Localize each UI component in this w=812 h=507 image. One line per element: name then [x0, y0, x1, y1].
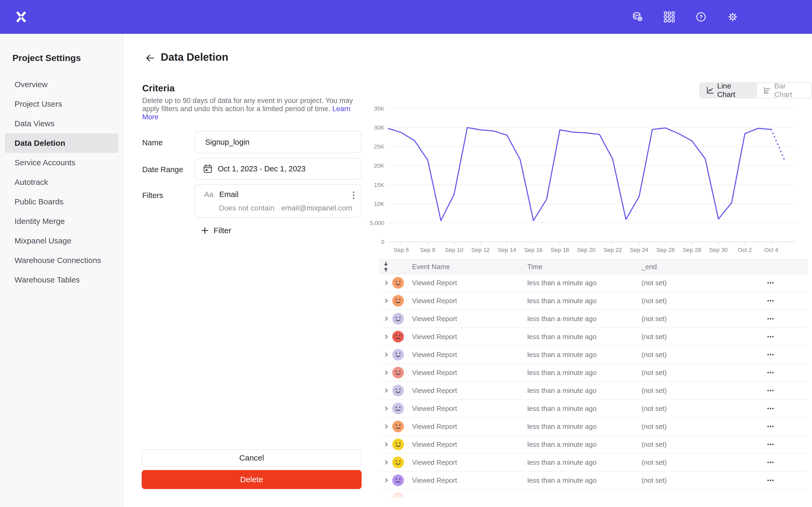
filter-operator[interactable]: Does not contain	[219, 204, 274, 212]
table-header: Event Name Time _end	[379, 259, 808, 274]
avatar	[392, 420, 404, 432]
row-actions-kebab-icon[interactable]	[767, 390, 774, 392]
sidebar-nav: OverviewProject UsersData ViewsData Dele…	[0, 75, 123, 290]
apps-grid-icon[interactable]	[663, 11, 675, 23]
cell-event-name: Viewed Report	[412, 297, 527, 305]
cell-event-name: Viewed Report	[412, 422, 527, 431]
sidebar-item-overview[interactable]: Overview	[5, 75, 118, 94]
mixpanel-logo[interactable]	[15, 11, 28, 23]
filter-card[interactable]: Aa Email Does not contain email@mixpanel…	[195, 184, 362, 218]
cell-end: (not set)	[642, 279, 762, 287]
row-actions-kebab-icon[interactable]	[767, 479, 774, 482]
cell-event-name: Viewed Report	[412, 441, 527, 449]
row-expand-chevron-icon[interactable]	[383, 388, 389, 393]
table-row[interactable]: Viewed Reportless than a minute ago(not …	[379, 292, 808, 310]
table-row[interactable]: Viewed Reportless than a minute ago(not …	[379, 310, 808, 328]
cancel-button[interactable]: Cancel	[142, 449, 362, 466]
cell-event-name: Viewed Report	[412, 458, 527, 467]
cell-time: less than a minute ago	[527, 315, 642, 323]
sidebar-item-warehouse-tables[interactable]: Warehouse Tables	[5, 270, 118, 290]
table-row[interactable]: Viewed Reportless than a minute ago(not …	[379, 274, 808, 292]
cell-time: less than a minute ago	[527, 297, 642, 305]
sidebar-item-service-accounts[interactable]: Service Accounts	[5, 153, 118, 172]
table-row[interactable]: Viewed Reportless than a minute ago(not …	[379, 364, 808, 382]
settings-icon[interactable]	[727, 11, 739, 23]
table-row[interactable]: Viewed Reportless than a minute ago(not …	[379, 400, 808, 418]
table-row[interactable]: Viewed Reportless than a minute ago(not …	[379, 471, 808, 490]
table-row[interactable]: Viewed Reportless than a minute ago(not …	[379, 382, 808, 400]
filters-label: Filters	[142, 191, 163, 200]
avatar	[392, 439, 404, 450]
events-table: Event Name Time _end Viewed Reportless t…	[379, 259, 808, 507]
date-range-value: Oct 1, 2023 - Dec 1, 2023	[218, 165, 306, 173]
row-actions-kebab-icon[interactable]	[767, 407, 774, 409]
collapse-rows-icon[interactable]	[379, 261, 390, 273]
criteria-description-text: Delete up to 90 days of data for any eve…	[142, 97, 353, 113]
cell-end: (not set)	[642, 458, 762, 467]
row-actions-kebab-icon[interactable]	[767, 300, 774, 302]
sidebar-title: Project Settings	[12, 53, 123, 63]
row-expand-chevron-icon[interactable]	[383, 334, 389, 340]
x-axis-tick-label: Sep 20	[577, 247, 596, 253]
row-actions-kebab-icon[interactable]	[767, 336, 774, 338]
table-row-partial[interactable]	[379, 490, 808, 507]
table-row[interactable]: Viewed Reportless than a minute ago(not …	[379, 436, 808, 454]
row-expand-chevron-icon[interactable]	[383, 406, 389, 411]
bar-chart-toggle[interactable]: Bar Chart	[757, 83, 811, 98]
row-expand-chevron-icon[interactable]	[383, 424, 389, 429]
y-axis-tick-label: 30K	[374, 124, 384, 131]
row-expand-chevron-icon[interactable]	[383, 477, 389, 483]
row-expand-chevron-icon[interactable]	[383, 352, 389, 357]
date-range-label: Date Range	[142, 165, 183, 174]
row-actions-kebab-icon[interactable]	[767, 282, 774, 284]
sidebar-item-data-deletion[interactable]: Data Deletion	[5, 133, 118, 153]
sidebar-item-mixpanel-usage[interactable]: Mixpanel Usage	[5, 231, 118, 250]
row-expand-chevron-icon[interactable]	[383, 280, 389, 286]
row-expand-chevron-icon[interactable]	[383, 442, 389, 447]
table-row[interactable]: Viewed Reportless than a minute ago(not …	[379, 454, 808, 471]
sidebar-item-autotrack[interactable]: Autotrack	[5, 172, 118, 192]
row-actions-kebab-icon[interactable]	[767, 426, 774, 428]
row-expand-chevron-icon[interactable]	[383, 316, 389, 322]
avatar	[392, 349, 404, 360]
cell-event-name: Viewed Report	[412, 369, 527, 377]
row-actions-kebab-icon[interactable]	[767, 318, 774, 320]
cell-time: less than a minute ago	[527, 387, 642, 395]
row-expand-chevron-icon[interactable]	[383, 370, 389, 376]
avatar	[392, 277, 404, 289]
sidebar-item-warehouse-connections[interactable]: Warehouse Connections	[5, 250, 118, 270]
data-definitions-icon[interactable]	[632, 11, 643, 23]
y-axis-tick-label: 10K	[374, 201, 384, 207]
table-row[interactable]: Viewed Reportless than a minute ago(not …	[379, 418, 808, 436]
delete-button[interactable]: Delete	[142, 470, 362, 489]
name-input[interactable]	[195, 131, 362, 153]
sidebar-item-data-views[interactable]: Data Views	[5, 114, 118, 133]
table-row[interactable]: Viewed Reportless than a minute ago(not …	[379, 328, 808, 346]
x-axis-tick-label: Sep 22	[603, 247, 622, 253]
row-expand-chevron-icon[interactable]	[383, 495, 389, 501]
cell-end: (not set)	[642, 297, 762, 305]
add-filter-button[interactable]: Filter	[201, 226, 231, 235]
line-chart-toggle[interactable]: Line Chart	[700, 83, 757, 98]
row-actions-kebab-icon[interactable]	[767, 443, 774, 446]
sidebar-item-project-users[interactable]: Project Users	[5, 94, 118, 114]
filter-property-row: Aa Email	[204, 190, 239, 199]
filter-kebab-menu-icon[interactable]	[353, 191, 355, 199]
row-expand-chevron-icon[interactable]	[383, 298, 389, 304]
cell-time: less than a minute ago	[527, 441, 642, 449]
help-icon[interactable]: ?	[695, 11, 707, 23]
sidebar-item-identity-merge[interactable]: Identity Merge	[5, 212, 118, 231]
filter-value[interactable]: email@mixpanel.com	[281, 204, 352, 212]
x-axis-tick-label: Sep 28	[683, 247, 701, 253]
row-actions-kebab-icon[interactable]	[767, 461, 774, 463]
avatar	[392, 403, 404, 414]
date-range-picker[interactable]: Oct 1, 2023 - Dec 1, 2023	[195, 158, 362, 180]
row-expand-chevron-icon[interactable]	[383, 459, 389, 465]
cell-end: (not set)	[642, 422, 762, 431]
row-actions-kebab-icon[interactable]	[767, 372, 774, 374]
row-actions-kebab-icon[interactable]	[767, 353, 774, 356]
back-arrow-icon[interactable]	[144, 52, 156, 64]
x-axis-tick-label: Sep 16	[524, 247, 543, 253]
sidebar-item-public-boards[interactable]: Public Boards	[5, 192, 118, 212]
table-row[interactable]: Viewed Reportless than a minute ago(not …	[379, 346, 808, 364]
